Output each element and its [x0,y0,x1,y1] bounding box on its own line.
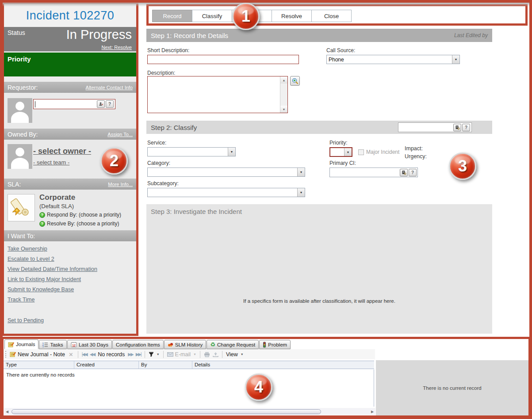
submit-knowledge-base-link[interactable]: Submit to Knowledge Base [8,286,133,293]
email-icon [167,352,173,357]
priority-dropdown[interactable]: ▼ [329,147,352,157]
last-record-button[interactable]: ▶▶| [136,352,141,357]
scroll-up-icon[interactable]: ▲ [280,76,287,84]
first-record-button[interactable]: |◀◀ [82,352,87,357]
sla-subtitle: (Default SLA) [39,203,74,210]
service-dropdown[interactable]: ▼ [147,147,236,156]
view-button[interactable]: View ▼ [225,351,245,358]
major-incident-checkbox[interactable] [358,149,364,155]
quick-info-button[interactable]: ? [409,169,417,176]
upload-icon [213,352,218,357]
short-description-input[interactable] [147,55,299,64]
track-time-link[interactable]: Track Time [8,297,133,303]
delete-button[interactable]: × [69,350,73,358]
description-textarea[interactable]: ▲ ▼ [147,76,288,113]
escalate-link[interactable]: Escalate to Level 2 [8,256,133,262]
step2-search-field[interactable]: ? [398,122,472,132]
quick-info-button[interactable]: ? [462,124,470,131]
callout-3-badge: 3 [449,152,476,180]
help-icon: ? [39,221,45,227]
major-incident-label: Major Incident [366,149,399,155]
major-incident-checkbox-row: Major Incident [358,149,399,155]
description-zoom-button[interactable] [290,76,300,86]
scroll-right-icon[interactable]: ▶ [369,410,375,414]
primary-ci-label: Primary CI: [329,160,356,166]
slm-history-icon [168,342,173,347]
i-want-to-section-header: I Want To: [4,230,136,241]
tab-resolve[interactable]: Resolve [272,10,312,22]
priority-banner: Priority [4,53,136,76]
tab-close[interactable]: Close [311,10,352,22]
status-label: Status [8,29,25,36]
owner-avatar [8,144,32,169]
scroll-down-icon[interactable]: ▼ [280,106,287,113]
tab-change-request[interactable]: ♻ Change Request [207,340,259,349]
textarea-scrollbar[interactable]: ▲ ▼ [280,76,287,113]
print-button[interactable] [203,352,211,357]
select-owner-link[interactable]: - select owner - [33,147,91,156]
toolbar-separator [222,351,222,358]
toolbar-separator [200,351,200,358]
assign-to-link[interactable]: Assign To... [107,132,133,137]
ci-search-button[interactable] [400,169,408,176]
next-status-link[interactable]: Next: Resolve [102,45,132,50]
toolbar-grip[interactable] [5,351,7,358]
select-team-link[interactable]: - select team - [33,159,69,166]
tab-classify[interactable]: Classify [192,10,232,22]
category-dropdown[interactable]: ▼ [147,168,305,177]
requestor-header-label: Requestor: [8,84,38,91]
filter-icon [149,352,154,357]
next-record-button[interactable]: ▶▶ [128,352,133,357]
contact-picker-button[interactable] [97,100,105,108]
previous-record-button[interactable]: ◀◀ [90,352,95,357]
view-date-time-link[interactable]: View Detailed Date/Time Information [8,266,133,272]
set-to-pending-link[interactable]: Set to Pending [8,317,44,324]
column-header-type[interactable]: Type [4,361,74,369]
chevron-down-icon: ▼ [193,353,196,356]
subcategory-dropdown[interactable]: ▼ [147,188,305,197]
chevron-down-icon[interactable]: ▼ [452,55,459,64]
filter-button[interactable]: ▼ [147,352,161,357]
chevron-down-icon[interactable]: ▼ [297,188,305,197]
alternate-contact-info-link[interactable]: Alternate Contact Info [86,85,133,90]
tab-last-30-days[interactable]: 12 Last 30 Days [67,340,112,349]
call-source-value: Phone [329,57,344,63]
scrollbar-thumb[interactable] [11,409,321,414]
status-banner: Status In Progress Next: Resolve [4,27,136,51]
printer-icon [204,352,210,357]
requestor-avatar [8,98,32,123]
requestor-search-field[interactable]: ? [33,99,115,109]
tab-record[interactable]: Record [152,10,192,22]
primary-ci-field[interactable]: ? [329,168,418,177]
tab-tasks[interactable]: 1 2 3 Tasks [39,340,66,349]
chevron-down-icon[interactable]: ▼ [344,148,352,156]
chevron-down-icon[interactable]: ▼ [297,168,305,176]
sla-header-label: SLA: [8,181,21,188]
column-header-created[interactable]: Created [74,361,139,369]
sla-section-body: Corporate (Default SLA) ? Respond By: (c… [4,190,136,230]
owned-by-header-label: Owned By: [8,131,38,138]
quick-info-button[interactable]: ? [106,100,114,108]
link-major-incident-link[interactable]: Link to Existing Major Incident [8,276,133,282]
horizontal-scrollbar[interactable]: ◀ ▶ [4,408,375,415]
record-search-button[interactable] [453,124,461,131]
i-want-to-header-label: I Want To: [8,232,35,240]
new-journal-button[interactable]: New Journal - Note [8,351,66,358]
take-ownership-link[interactable]: Take Ownership [8,246,133,252]
step3-title: Step 3: Investigate the Incident [151,208,242,215]
column-header-details[interactable]: Details [192,361,374,369]
chevron-down-icon[interactable]: ▼ [228,148,235,156]
tab-configuration-items[interactable]: Configuration Items [112,340,164,349]
column-header-by[interactable]: By [139,361,192,369]
email-button[interactable]: E-mail ▼ [166,351,198,358]
tab-journals[interactable]: Journals [4,339,38,349]
scroll-left-icon[interactable]: ◀ [4,410,10,414]
call-source-dropdown[interactable]: Phone ▼ [326,55,460,64]
subcategory-label: Subcategory: [147,180,179,187]
more-info-link[interactable]: More Info... [108,182,133,187]
upload-button[interactable] [211,352,220,357]
tab-problem[interactable]: Problem [259,340,291,349]
tasks-icon: 1 2 3 [42,342,48,347]
last-edited-label: Last Edited by [454,32,488,38]
tab-slm-history[interactable]: SLM History [164,340,207,349]
